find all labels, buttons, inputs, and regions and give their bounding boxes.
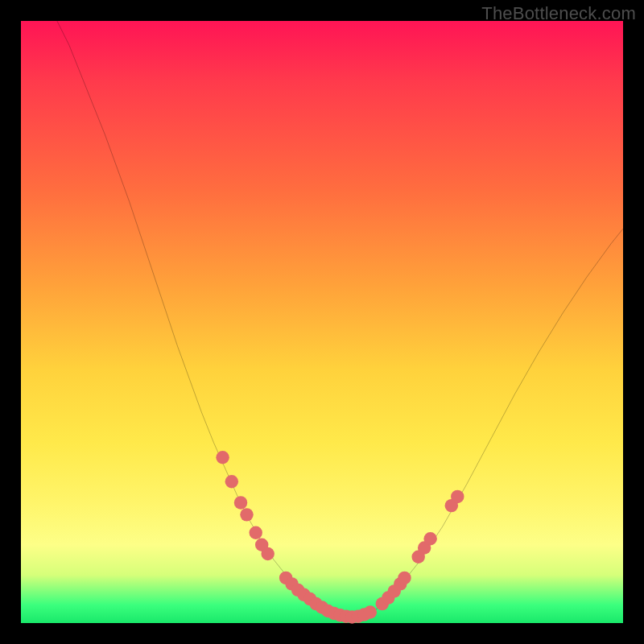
curve-marker: [216, 451, 229, 464]
plot-area: [21, 21, 623, 623]
curve-marker: [234, 496, 247, 509]
curve-marker: [451, 490, 464, 503]
bottleneck-curve: [57, 21, 623, 617]
curve-marker: [240, 508, 253, 521]
curve-marker: [225, 475, 238, 488]
chart-frame: TheBottleneck.com: [0, 0, 644, 644]
curve-marker: [398, 572, 411, 584]
curve-marker: [364, 605, 377, 618]
curve-marker: [249, 526, 262, 539]
watermark-text: TheBottleneck.com: [481, 3, 636, 24]
curve-marker: [261, 547, 274, 560]
curve-markers: [216, 451, 464, 624]
bottleneck-curve-svg: [21, 21, 623, 623]
curve-marker: [423, 532, 436, 545]
